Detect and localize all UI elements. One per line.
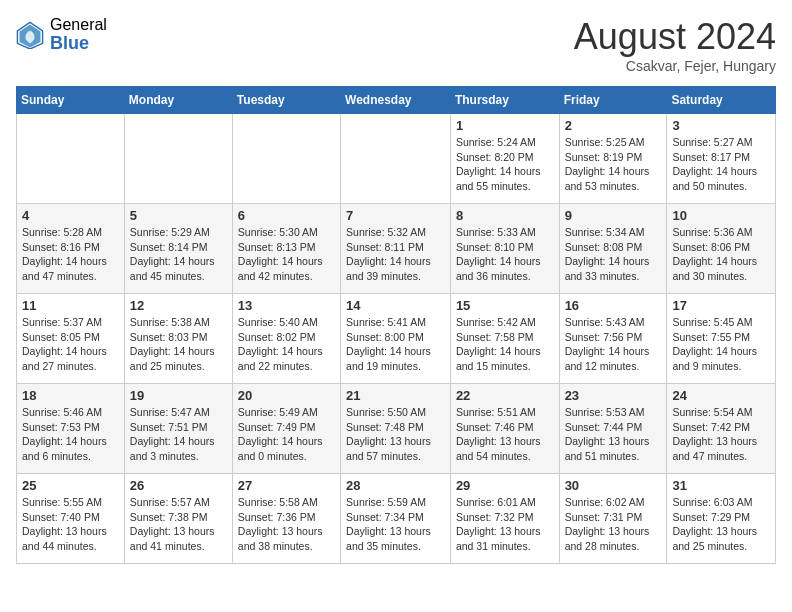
day-number: 13: [238, 298, 335, 313]
day-number: 18: [22, 388, 119, 403]
day-info: Sunrise: 5:37 AM Sunset: 8:05 PM Dayligh…: [22, 315, 119, 374]
day-number: 25: [22, 478, 119, 493]
day-cell: 7Sunrise: 5:32 AM Sunset: 8:11 PM Daylig…: [341, 204, 451, 294]
weekday-header-thursday: Thursday: [450, 87, 559, 114]
week-row-3: 11Sunrise: 5:37 AM Sunset: 8:05 PM Dayli…: [17, 294, 776, 384]
day-cell: 17Sunrise: 5:45 AM Sunset: 7:55 PM Dayli…: [667, 294, 776, 384]
day-info: Sunrise: 6:03 AM Sunset: 7:29 PM Dayligh…: [672, 495, 770, 554]
day-number: 22: [456, 388, 554, 403]
day-info: Sunrise: 5:58 AM Sunset: 7:36 PM Dayligh…: [238, 495, 335, 554]
day-number: 4: [22, 208, 119, 223]
day-number: 16: [565, 298, 662, 313]
day-info: Sunrise: 5:28 AM Sunset: 8:16 PM Dayligh…: [22, 225, 119, 284]
day-info: Sunrise: 5:38 AM Sunset: 8:03 PM Dayligh…: [130, 315, 227, 374]
day-number: 10: [672, 208, 770, 223]
day-info: Sunrise: 6:01 AM Sunset: 7:32 PM Dayligh…: [456, 495, 554, 554]
weekday-header-tuesday: Tuesday: [232, 87, 340, 114]
day-cell: 25Sunrise: 5:55 AM Sunset: 7:40 PM Dayli…: [17, 474, 125, 564]
day-number: 17: [672, 298, 770, 313]
day-number: 14: [346, 298, 445, 313]
day-info: Sunrise: 6:02 AM Sunset: 7:31 PM Dayligh…: [565, 495, 662, 554]
day-cell: 18Sunrise: 5:46 AM Sunset: 7:53 PM Dayli…: [17, 384, 125, 474]
day-cell: 15Sunrise: 5:42 AM Sunset: 7:58 PM Dayli…: [450, 294, 559, 384]
day-number: 3: [672, 118, 770, 133]
day-cell: 16Sunrise: 5:43 AM Sunset: 7:56 PM Dayli…: [559, 294, 667, 384]
day-cell: 23Sunrise: 5:53 AM Sunset: 7:44 PM Dayli…: [559, 384, 667, 474]
calendar-table: SundayMondayTuesdayWednesdayThursdayFrid…: [16, 86, 776, 564]
week-row-2: 4Sunrise: 5:28 AM Sunset: 8:16 PM Daylig…: [17, 204, 776, 294]
day-cell: 21Sunrise: 5:50 AM Sunset: 7:48 PM Dayli…: [341, 384, 451, 474]
day-number: 21: [346, 388, 445, 403]
day-number: 7: [346, 208, 445, 223]
day-cell: 31Sunrise: 6:03 AM Sunset: 7:29 PM Dayli…: [667, 474, 776, 564]
day-info: Sunrise: 5:46 AM Sunset: 7:53 PM Dayligh…: [22, 405, 119, 464]
day-number: 20: [238, 388, 335, 403]
day-number: 26: [130, 478, 227, 493]
week-row-1: 1Sunrise: 5:24 AM Sunset: 8:20 PM Daylig…: [17, 114, 776, 204]
day-cell: 4Sunrise: 5:28 AM Sunset: 8:16 PM Daylig…: [17, 204, 125, 294]
week-row-4: 18Sunrise: 5:46 AM Sunset: 7:53 PM Dayli…: [17, 384, 776, 474]
location: Csakvar, Fejer, Hungary: [574, 58, 776, 74]
month-title: August 2024: [574, 16, 776, 58]
weekday-header-sunday: Sunday: [17, 87, 125, 114]
day-number: 1: [456, 118, 554, 133]
day-cell: 24Sunrise: 5:54 AM Sunset: 7:42 PM Dayli…: [667, 384, 776, 474]
day-cell: 14Sunrise: 5:41 AM Sunset: 8:00 PM Dayli…: [341, 294, 451, 384]
day-cell: [232, 114, 340, 204]
day-info: Sunrise: 5:53 AM Sunset: 7:44 PM Dayligh…: [565, 405, 662, 464]
page-header: General Blue August 2024 Csakvar, Fejer,…: [16, 16, 776, 74]
day-cell: [17, 114, 125, 204]
day-info: Sunrise: 5:45 AM Sunset: 7:55 PM Dayligh…: [672, 315, 770, 374]
day-number: 15: [456, 298, 554, 313]
day-info: Sunrise: 5:24 AM Sunset: 8:20 PM Dayligh…: [456, 135, 554, 194]
day-number: 12: [130, 298, 227, 313]
day-number: 2: [565, 118, 662, 133]
day-cell: 12Sunrise: 5:38 AM Sunset: 8:03 PM Dayli…: [124, 294, 232, 384]
day-cell: 10Sunrise: 5:36 AM Sunset: 8:06 PM Dayli…: [667, 204, 776, 294]
logo-text: General Blue: [50, 16, 107, 53]
day-cell: 22Sunrise: 5:51 AM Sunset: 7:46 PM Dayli…: [450, 384, 559, 474]
day-info: Sunrise: 5:54 AM Sunset: 7:42 PM Dayligh…: [672, 405, 770, 464]
day-cell: 11Sunrise: 5:37 AM Sunset: 8:05 PM Dayli…: [17, 294, 125, 384]
day-number: 23: [565, 388, 662, 403]
day-cell: 1Sunrise: 5:24 AM Sunset: 8:20 PM Daylig…: [450, 114, 559, 204]
day-cell: 28Sunrise: 5:59 AM Sunset: 7:34 PM Dayli…: [341, 474, 451, 564]
day-info: Sunrise: 5:50 AM Sunset: 7:48 PM Dayligh…: [346, 405, 445, 464]
day-info: Sunrise: 5:30 AM Sunset: 8:13 PM Dayligh…: [238, 225, 335, 284]
day-info: Sunrise: 5:32 AM Sunset: 8:11 PM Dayligh…: [346, 225, 445, 284]
day-cell: [341, 114, 451, 204]
day-info: Sunrise: 5:47 AM Sunset: 7:51 PM Dayligh…: [130, 405, 227, 464]
day-info: Sunrise: 5:41 AM Sunset: 8:00 PM Dayligh…: [346, 315, 445, 374]
day-cell: 27Sunrise: 5:58 AM Sunset: 7:36 PM Dayli…: [232, 474, 340, 564]
day-info: Sunrise: 5:40 AM Sunset: 8:02 PM Dayligh…: [238, 315, 335, 374]
day-cell: 13Sunrise: 5:40 AM Sunset: 8:02 PM Dayli…: [232, 294, 340, 384]
day-cell: 19Sunrise: 5:47 AM Sunset: 7:51 PM Dayli…: [124, 384, 232, 474]
day-number: 30: [565, 478, 662, 493]
day-cell: 6Sunrise: 5:30 AM Sunset: 8:13 PM Daylig…: [232, 204, 340, 294]
logo-general: General: [50, 16, 107, 34]
weekday-header-row: SundayMondayTuesdayWednesdayThursdayFrid…: [17, 87, 776, 114]
day-cell: 9Sunrise: 5:34 AM Sunset: 8:08 PM Daylig…: [559, 204, 667, 294]
day-info: Sunrise: 5:43 AM Sunset: 7:56 PM Dayligh…: [565, 315, 662, 374]
day-info: Sunrise: 5:36 AM Sunset: 8:06 PM Dayligh…: [672, 225, 770, 284]
day-number: 19: [130, 388, 227, 403]
day-info: Sunrise: 5:34 AM Sunset: 8:08 PM Dayligh…: [565, 225, 662, 284]
logo-blue: Blue: [50, 34, 107, 54]
day-cell: 8Sunrise: 5:33 AM Sunset: 8:10 PM Daylig…: [450, 204, 559, 294]
logo-icon: [16, 21, 44, 49]
weekday-header-monday: Monday: [124, 87, 232, 114]
day-info: Sunrise: 5:51 AM Sunset: 7:46 PM Dayligh…: [456, 405, 554, 464]
day-number: 24: [672, 388, 770, 403]
day-info: Sunrise: 5:29 AM Sunset: 8:14 PM Dayligh…: [130, 225, 227, 284]
weekday-header-saturday: Saturday: [667, 87, 776, 114]
day-info: Sunrise: 5:49 AM Sunset: 7:49 PM Dayligh…: [238, 405, 335, 464]
day-cell: 2Sunrise: 5:25 AM Sunset: 8:19 PM Daylig…: [559, 114, 667, 204]
day-cell: 26Sunrise: 5:57 AM Sunset: 7:38 PM Dayli…: [124, 474, 232, 564]
day-cell: 30Sunrise: 6:02 AM Sunset: 7:31 PM Dayli…: [559, 474, 667, 564]
day-number: 29: [456, 478, 554, 493]
day-info: Sunrise: 5:55 AM Sunset: 7:40 PM Dayligh…: [22, 495, 119, 554]
day-info: Sunrise: 5:27 AM Sunset: 8:17 PM Dayligh…: [672, 135, 770, 194]
day-number: 6: [238, 208, 335, 223]
day-number: 28: [346, 478, 445, 493]
day-number: 31: [672, 478, 770, 493]
